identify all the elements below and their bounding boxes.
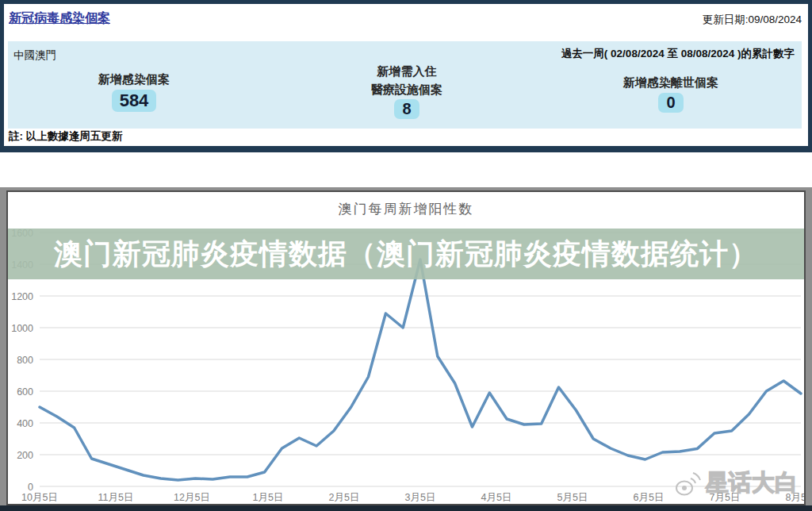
stat-label: 新增感染個案 xyxy=(98,71,170,87)
update-note: 註: 以上數據逢周五更新 xyxy=(9,129,122,144)
y-tick-label: 0 xyxy=(28,482,33,493)
x-tick-label: 6月5日 xyxy=(634,492,665,503)
y-tick-label: 600 xyxy=(17,386,33,398)
stat-deaths: 新增感染離世個案 0 xyxy=(552,75,790,113)
x-tick-label: 12月5日 xyxy=(174,492,210,503)
y-tick-label: 1200 xyxy=(11,291,33,302)
x-tick-label: 4月5日 xyxy=(481,492,512,503)
panel-header-row: 新冠病毒感染個案 更新日期:09/08/2024 xyxy=(9,10,803,31)
update-date: 更新日期:09/08/2024 xyxy=(703,13,802,27)
covid-cases-link[interactable]: 新冠病毒感染個案 xyxy=(9,11,110,25)
watermark-logo-text: 星话大白 xyxy=(706,467,798,499)
stat-value-pill: 584 xyxy=(112,90,157,112)
x-tick-label: 11月5日 xyxy=(98,492,134,503)
stat-label: 新增需入住 xyxy=(377,63,437,79)
covid-summary-panel: 新冠病毒感染個案 更新日期:09/08/2024 中國澳門 過去一周( 02/0… xyxy=(0,0,812,152)
watermark-banner-text: 澳门新冠肺炎疫情数据（澳门新冠肺炎疫情数据统计） xyxy=(54,235,758,274)
x-tick-label: 1月5日 xyxy=(253,492,284,503)
region-label: 中國澳門 xyxy=(13,48,56,63)
y-tick-label: 1000 xyxy=(11,323,33,334)
weekly-positives-line xyxy=(40,259,801,480)
stat-label: 新增感染離世個案 xyxy=(623,75,718,90)
watermark-banner: 澳门新冠肺炎疫情数据（澳门新冠肺炎疫情数据统计） xyxy=(8,229,804,279)
stat-value-pill: 8 xyxy=(394,99,419,119)
y-tick-label: 200 xyxy=(17,450,33,461)
x-tick-label: 2月5日 xyxy=(329,492,360,503)
chart-panel: 澳门每周新增阳性数 020040060080010001200140016001… xyxy=(6,190,806,505)
y-tick-label: 800 xyxy=(17,355,33,366)
weibo-logo-watermark: 星话大白 xyxy=(674,467,798,499)
period-label: 過去一周( 02/08/2024 至 08/08/2024 )的累計數字 xyxy=(561,47,795,61)
weibo-icon xyxy=(674,468,703,498)
stat-new-infections: 新增感染個案 584 xyxy=(15,71,253,112)
bottom-bar xyxy=(0,505,812,511)
x-tick-label: 10月5日 xyxy=(21,492,58,503)
stat-label-line2: 醫療設施個案 xyxy=(371,82,442,98)
page: 新冠病毒感染個案 更新日期:09/08/2024 中國澳門 過去一周( 02/0… xyxy=(0,0,812,511)
stat-hospitalized: 新增需入住 醫療設施個案 8 xyxy=(288,63,526,119)
y-tick-label: 400 xyxy=(17,418,33,429)
x-tick-label: 3月5日 xyxy=(405,492,436,503)
stat-value-pill: 0 xyxy=(658,93,683,113)
x-tick-label: 5月5日 xyxy=(557,492,588,503)
weekly-summary-box: 中國澳門 過去一周( 02/08/2024 至 08/08/2024 )的累計數… xyxy=(8,41,802,129)
